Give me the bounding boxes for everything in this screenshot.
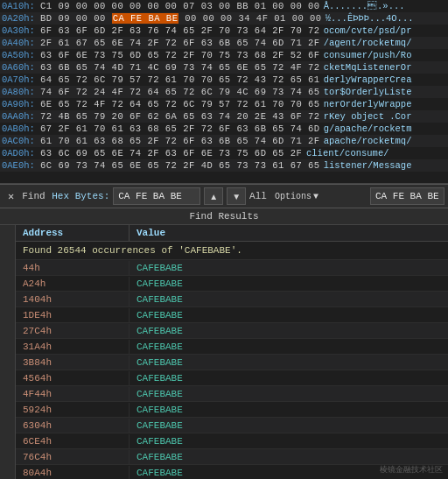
value-cell: CAFEBABE	[130, 450, 190, 464]
all-label: All	[249, 191, 267, 201]
address-cell: 31A4h	[16, 340, 130, 354]
hex-address: 0A50h:	[2, 50, 40, 60]
gutter-cell	[0, 367, 15, 383]
hex-ascii: g/apache/rocketm	[324, 123, 412, 134]
gutter-cell	[0, 288, 15, 304]
hex-ascii: rKey object .Cor	[324, 111, 412, 122]
address-cell: A24h	[16, 277, 130, 291]
arrow-up-icon: ▲	[209, 192, 218, 201]
address-cell: 1404h	[16, 292, 130, 306]
hex-bytes: 2F 61 67 65 6E 74 2F 72 6F 63 6B 65 74 6…	[40, 38, 320, 48]
find-next-button[interactable]: ▼	[227, 187, 246, 205]
hex-bytes: 63 6C 69 65 6E 74 2F 63 6F 6E 73 75 6D 6…	[40, 148, 303, 158]
hex-row: 0A10h:C1 09 00 00 00 00 00 00 07 03 00 B…	[0, 0, 448, 12]
hex-row: 0AC0h:61 70 61 63 68 65 2F 72 6F 63 6B 6…	[0, 135, 448, 147]
value-cell: CAFEBABE	[130, 403, 190, 417]
value-cell: CAFEBABE	[130, 308, 190, 322]
address-cell: 76C4h	[16, 450, 130, 464]
gutter-cell	[0, 257, 15, 272]
hex-ascii: /agent/rocketmq/	[324, 38, 412, 48]
table-row[interactable]: 4F44hCAFEBABE	[16, 386, 448, 402]
hex-address: 0A20h:	[2, 13, 40, 24]
table-row[interactable]: 1DE4hCAFEBABE	[16, 307, 448, 323]
hex-row: 0A60h:63 6B 65 74 4D 71 4C 69 73 74 65 6…	[0, 61, 448, 74]
hex-bytes: 72 4B 65 79 20 6F 62 6A 65 63 74 20 2E 4…	[40, 111, 320, 122]
value-cell: CAFEBABE	[130, 292, 190, 306]
address-cell: 44h	[16, 261, 130, 275]
find-results-panel: Find Results Address Value Found 26544 o…	[0, 208, 448, 479]
table-row[interactable]: 3B84hCAFEBABE	[16, 355, 448, 370]
gutter-cell	[0, 241, 15, 257]
hex-bytes: 63 6F 6E 73 75 6D 65 72 2F 70 75 73 68 2…	[40, 50, 320, 60]
find-prev-button[interactable]: ▲	[204, 187, 223, 205]
table-row[interactable]: 76C4hCAFEBABE	[16, 449, 448, 465]
hex-ascii: apache/rocketmq/	[324, 136, 412, 146]
address-cell: 6CE4h	[16, 434, 130, 448]
gutter-cell	[0, 398, 15, 414]
table-row[interactable]: 4564hCAFEBABE	[16, 370, 448, 386]
close-icon[interactable]: ✕	[4, 187, 18, 205]
address-cell: 5924h	[16, 403, 130, 417]
hex-ascii: nerOrderlyWrappe	[324, 99, 412, 109]
hex-bytes: 6E 65 72 4F 72 64 65 72 6C 79 57 72 61 7…	[40, 99, 320, 109]
hex-address: 0A90h:	[2, 99, 40, 109]
hex-row: 0A20h:BD 09 00 00 CA FE BA BE 00 00 00 3…	[0, 12, 448, 25]
hex-ascii: consumer/push/Ro	[324, 50, 412, 60]
hex-address: 0AE0h:	[2, 160, 40, 171]
gutter-cell	[0, 414, 15, 430]
table-row[interactable]: A24hCAFEBABE	[16, 276, 448, 292]
hex-editor: 0A10h:C1 09 00 00 00 00 00 00 07 03 00 B…	[0, 0, 448, 184]
hex-bytes: 74 6F 72 24 4F 72 64 65 72 6C 79 4C 69 7…	[40, 87, 320, 97]
results-body[interactable]: Found 26544 occurrences of 'CAFEBABE'.44…	[16, 242, 448, 479]
value-cell: CAFEBABE	[130, 324, 190, 338]
address-column-header: Address	[16, 225, 130, 241]
results-gutter	[0, 225, 16, 479]
table-row[interactable]: 31A4hCAFEBABE	[16, 339, 448, 355]
gutter-cell	[0, 320, 15, 335]
hex-ascii: derlyWrapperCrea	[324, 74, 412, 85]
hex-row: 0A30h:6F 63 6F 6D 2F 63 76 74 65 2F 70 7…	[0, 25, 448, 37]
table-row[interactable]: 1404hCAFEBABE	[16, 292, 448, 307]
hex-address: 0A80h:	[2, 87, 40, 97]
value-cell: CAFEBABE	[130, 340, 190, 354]
hex-bytes: C1 09 00 00 00 00 00 00 07 03 00 BB 01 0…	[40, 1, 320, 11]
hex-bytes: 6C 69 73 74 65 6E 65 72 2F 4D 65 73 73 6…	[40, 160, 320, 171]
address-cell: 80A4h	[16, 466, 130, 480]
hex-row: 0AE0h:6C 69 73 74 65 6E 65 72 2F 4D 65 7…	[0, 159, 448, 172]
value-cell: CAFEBABE	[130, 371, 190, 385]
hex-address: 0AC0h:	[2, 136, 40, 146]
found-notice: Found 26544 occurrences of 'CAFEBABE'.	[16, 242, 448, 260]
hex-ascii: Å........»...	[324, 1, 405, 11]
options-label[interactable]: Options ▼	[270, 187, 323, 205]
value-cell: CAFEBABE	[130, 419, 190, 433]
table-row[interactable]: 5924hCAFEBABE	[16, 402, 448, 418]
hex-bytes: 67 2F 61 70 61 63 68 65 2F 72 6F 63 6B 6…	[40, 123, 320, 134]
hex-bytes: 6F 63 6F 6D 2F 63 76 74 65 2F 70 73 64 2…	[40, 25, 320, 36]
find-bar[interactable]: ✕ Find Hex Bytes: ▲ ▼ All Options ▼	[0, 184, 448, 208]
hex-bytes: BD 09 00 00 CA FE BA BE 00 00 00 34 4F 0…	[40, 13, 322, 24]
gutter-cell	[0, 304, 15, 320]
hex-row: 0A90h:6E 65 72 4F 72 64 65 72 6C 79 57 7…	[0, 98, 448, 110]
find-results-title: Find Results	[0, 208, 448, 225]
hex-address: 0AB0h:	[2, 123, 40, 134]
gutter-cell	[0, 272, 15, 288]
hex-row: 0A50h:63 6F 6E 73 75 6D 65 72 2F 70 75 7…	[0, 49, 448, 61]
hex-row: 0AA0h:72 4B 65 79 20 6F 62 6A 65 63 74 2…	[0, 110, 448, 123]
result-display-input[interactable]	[370, 187, 444, 205]
hex-address: 0AA0h:	[2, 111, 40, 122]
table-row[interactable]: 44hCAFEBABE	[16, 260, 448, 276]
address-cell: 1DE4h	[16, 308, 130, 322]
table-row[interactable]: 6304hCAFEBABE	[16, 418, 448, 433]
search-input[interactable]	[113, 187, 200, 205]
hex-row: 0AD0h:63 6C 69 65 6E 74 2F 63 6F 6E 73 7…	[0, 147, 448, 159]
hex-bytes: 63 6B 65 74 4D 71 4C 69 73 74 65 6E 65 7…	[40, 62, 320, 73]
table-row[interactable]: 27C4hCAFEBABE	[16, 323, 448, 339]
hex-ascii: ocom/cvte/psd/pr	[324, 25, 412, 36]
gutter-cell	[0, 335, 15, 351]
find-label: Find	[22, 191, 48, 201]
value-cell: CAFEBABE	[130, 434, 190, 448]
gutter-cell	[0, 225, 15, 241]
value-column-header: Value	[130, 225, 172, 241]
table-row[interactable]: 6CE4hCAFEBABE	[16, 433, 448, 449]
hex-address: 0A30h:	[2, 25, 40, 36]
